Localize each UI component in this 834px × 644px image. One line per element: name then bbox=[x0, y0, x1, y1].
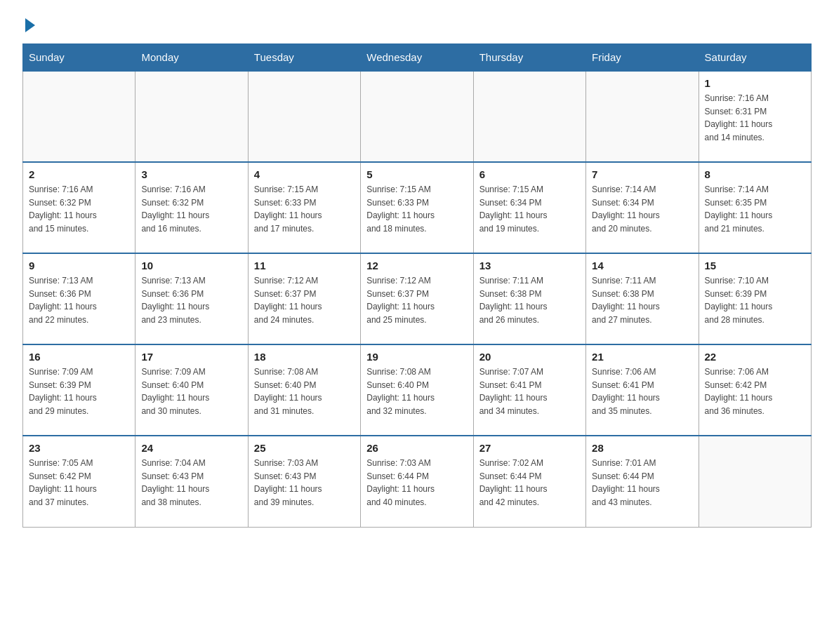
day-info: Sunrise: 7:12 AM Sunset: 6:37 PM Dayligh… bbox=[366, 274, 467, 326]
day-info: Sunrise: 7:16 AM Sunset: 6:31 PM Dayligh… bbox=[705, 92, 805, 144]
calendar-day-cell: 6Sunrise: 7:15 AM Sunset: 6:34 PM Daylig… bbox=[473, 162, 585, 253]
calendar-day-cell bbox=[699, 436, 811, 527]
day-of-week-header: Monday bbox=[135, 44, 248, 72]
calendar-day-cell: 1Sunrise: 7:16 AM Sunset: 6:31 PM Daylig… bbox=[699, 71, 811, 162]
calendar-day-cell: 13Sunrise: 7:11 AM Sunset: 6:38 PM Dayli… bbox=[473, 253, 585, 344]
calendar-day-cell: 14Sunrise: 7:11 AM Sunset: 6:38 PM Dayli… bbox=[586, 253, 699, 344]
day-number: 22 bbox=[705, 351, 805, 363]
calendar-day-cell: 17Sunrise: 7:09 AM Sunset: 6:40 PM Dayli… bbox=[135, 344, 248, 436]
day-number: 8 bbox=[705, 168, 805, 180]
day-number: 20 bbox=[479, 351, 580, 363]
day-info: Sunrise: 7:06 AM Sunset: 6:41 PM Dayligh… bbox=[592, 365, 692, 417]
day-number: 6 bbox=[479, 168, 580, 180]
day-info: Sunrise: 7:11 AM Sunset: 6:38 PM Dayligh… bbox=[479, 274, 580, 326]
day-info: Sunrise: 7:05 AM Sunset: 6:42 PM Dayligh… bbox=[29, 457, 129, 509]
calendar-day-cell: 2Sunrise: 7:16 AM Sunset: 6:32 PM Daylig… bbox=[23, 162, 135, 253]
calendar-day-cell: 16Sunrise: 7:09 AM Sunset: 6:39 PM Dayli… bbox=[23, 344, 135, 436]
day-info: Sunrise: 7:08 AM Sunset: 6:40 PM Dayligh… bbox=[366, 365, 467, 417]
day-info: Sunrise: 7:10 AM Sunset: 6:39 PM Dayligh… bbox=[705, 274, 805, 326]
day-of-week-header: Friday bbox=[586, 44, 699, 72]
day-number: 25 bbox=[254, 442, 355, 454]
calendar-day-cell: 15Sunrise: 7:10 AM Sunset: 6:39 PM Dayli… bbox=[699, 253, 811, 344]
day-number: 16 bbox=[29, 351, 129, 363]
day-number: 7 bbox=[592, 168, 692, 180]
page-header bbox=[22, 17, 812, 29]
calendar-day-cell: 12Sunrise: 7:12 AM Sunset: 6:37 PM Dayli… bbox=[361, 253, 473, 344]
logo bbox=[22, 17, 35, 29]
day-info: Sunrise: 7:09 AM Sunset: 6:40 PM Dayligh… bbox=[141, 365, 241, 417]
calendar-day-cell: 24Sunrise: 7:04 AM Sunset: 6:43 PM Dayli… bbox=[135, 436, 248, 527]
day-number: 23 bbox=[29, 442, 129, 454]
day-number: 15 bbox=[705, 260, 805, 271]
day-info: Sunrise: 7:14 AM Sunset: 6:35 PM Dayligh… bbox=[705, 183, 805, 235]
day-number: 24 bbox=[141, 442, 241, 454]
calendar-day-cell: 18Sunrise: 7:08 AM Sunset: 6:40 PM Dayli… bbox=[248, 344, 360, 436]
calendar-week-row: 23Sunrise: 7:05 AM Sunset: 6:42 PM Dayli… bbox=[23, 436, 812, 527]
calendar-week-row: 1Sunrise: 7:16 AM Sunset: 6:31 PM Daylig… bbox=[23, 71, 812, 162]
calendar-header-row: SundayMondayTuesdayWednesdayThursdayFrid… bbox=[23, 44, 812, 72]
day-number: 18 bbox=[254, 351, 355, 363]
day-info: Sunrise: 7:13 AM Sunset: 6:36 PM Dayligh… bbox=[141, 274, 241, 326]
day-info: Sunrise: 7:11 AM Sunset: 6:38 PM Dayligh… bbox=[592, 274, 692, 326]
day-info: Sunrise: 7:16 AM Sunset: 6:32 PM Dayligh… bbox=[141, 183, 241, 235]
calendar-day-cell: 25Sunrise: 7:03 AM Sunset: 6:43 PM Dayli… bbox=[248, 436, 360, 527]
calendar-day-cell: 27Sunrise: 7:02 AM Sunset: 6:44 PM Dayli… bbox=[473, 436, 585, 527]
day-info: Sunrise: 7:13 AM Sunset: 6:36 PM Dayligh… bbox=[29, 274, 129, 326]
day-number: 28 bbox=[592, 442, 692, 454]
day-number: 12 bbox=[366, 260, 467, 271]
day-info: Sunrise: 7:03 AM Sunset: 6:43 PM Dayligh… bbox=[254, 457, 355, 509]
calendar-week-row: 2Sunrise: 7:16 AM Sunset: 6:32 PM Daylig… bbox=[23, 162, 812, 253]
day-of-week-header: Thursday bbox=[473, 44, 585, 72]
calendar-day-cell: 23Sunrise: 7:05 AM Sunset: 6:42 PM Dayli… bbox=[23, 436, 135, 527]
day-number: 27 bbox=[479, 442, 580, 454]
day-of-week-header: Sunday bbox=[23, 44, 135, 72]
day-number: 19 bbox=[366, 351, 467, 363]
calendar-day-cell: 3Sunrise: 7:16 AM Sunset: 6:32 PM Daylig… bbox=[135, 162, 248, 253]
day-info: Sunrise: 7:06 AM Sunset: 6:42 PM Dayligh… bbox=[705, 365, 805, 417]
day-number: 13 bbox=[479, 260, 580, 271]
calendar-day-cell bbox=[586, 71, 699, 162]
day-info: Sunrise: 7:14 AM Sunset: 6:34 PM Dayligh… bbox=[592, 183, 692, 235]
calendar-day-cell: 20Sunrise: 7:07 AM Sunset: 6:41 PM Dayli… bbox=[473, 344, 585, 436]
day-number: 3 bbox=[141, 168, 241, 180]
calendar-day-cell: 28Sunrise: 7:01 AM Sunset: 6:44 PM Dayli… bbox=[586, 436, 699, 527]
calendar-day-cell bbox=[473, 71, 585, 162]
day-number: 26 bbox=[366, 442, 467, 454]
day-info: Sunrise: 7:08 AM Sunset: 6:40 PM Dayligh… bbox=[254, 365, 355, 417]
calendar-day-cell: 22Sunrise: 7:06 AM Sunset: 6:42 PM Dayli… bbox=[699, 344, 811, 436]
calendar-day-cell bbox=[135, 71, 248, 162]
calendar-table: SundayMondayTuesdayWednesdayThursdayFrid… bbox=[22, 43, 812, 528]
calendar-day-cell: 11Sunrise: 7:12 AM Sunset: 6:37 PM Dayli… bbox=[248, 253, 360, 344]
calendar-day-cell: 19Sunrise: 7:08 AM Sunset: 6:40 PM Dayli… bbox=[361, 344, 473, 436]
day-number: 1 bbox=[705, 77, 805, 89]
calendar-day-cell: 5Sunrise: 7:15 AM Sunset: 6:33 PM Daylig… bbox=[361, 162, 473, 253]
day-info: Sunrise: 7:16 AM Sunset: 6:32 PM Dayligh… bbox=[29, 183, 129, 235]
day-info: Sunrise: 7:09 AM Sunset: 6:39 PM Dayligh… bbox=[29, 365, 129, 417]
day-number: 21 bbox=[592, 351, 692, 363]
calendar-day-cell: 7Sunrise: 7:14 AM Sunset: 6:34 PM Daylig… bbox=[586, 162, 699, 253]
calendar-week-row: 9Sunrise: 7:13 AM Sunset: 6:36 PM Daylig… bbox=[23, 253, 812, 344]
calendar-day-cell: 10Sunrise: 7:13 AM Sunset: 6:36 PM Dayli… bbox=[135, 253, 248, 344]
calendar-day-cell: 9Sunrise: 7:13 AM Sunset: 6:36 PM Daylig… bbox=[23, 253, 135, 344]
day-info: Sunrise: 7:02 AM Sunset: 6:44 PM Dayligh… bbox=[479, 457, 580, 509]
day-info: Sunrise: 7:01 AM Sunset: 6:44 PM Dayligh… bbox=[592, 457, 692, 509]
day-number: 5 bbox=[366, 168, 467, 180]
day-number: 14 bbox=[592, 260, 692, 271]
day-number: 4 bbox=[254, 168, 355, 180]
day-of-week-header: Saturday bbox=[699, 44, 811, 72]
day-number: 9 bbox=[29, 260, 129, 271]
calendar-day-cell: 4Sunrise: 7:15 AM Sunset: 6:33 PM Daylig… bbox=[248, 162, 360, 253]
day-number: 11 bbox=[254, 260, 355, 271]
day-info: Sunrise: 7:15 AM Sunset: 6:33 PM Dayligh… bbox=[366, 183, 467, 235]
calendar-day-cell: 8Sunrise: 7:14 AM Sunset: 6:35 PM Daylig… bbox=[699, 162, 811, 253]
day-info: Sunrise: 7:04 AM Sunset: 6:43 PM Dayligh… bbox=[141, 457, 241, 509]
day-info: Sunrise: 7:12 AM Sunset: 6:37 PM Dayligh… bbox=[254, 274, 355, 326]
day-of-week-header: Tuesday bbox=[248, 44, 360, 72]
calendar-day-cell bbox=[23, 71, 135, 162]
calendar-day-cell bbox=[361, 71, 473, 162]
day-of-week-header: Wednesday bbox=[361, 44, 473, 72]
day-number: 17 bbox=[141, 351, 241, 363]
calendar-day-cell: 21Sunrise: 7:06 AM Sunset: 6:41 PM Dayli… bbox=[586, 344, 699, 436]
day-number: 2 bbox=[29, 168, 129, 180]
day-info: Sunrise: 7:15 AM Sunset: 6:33 PM Dayligh… bbox=[254, 183, 355, 235]
